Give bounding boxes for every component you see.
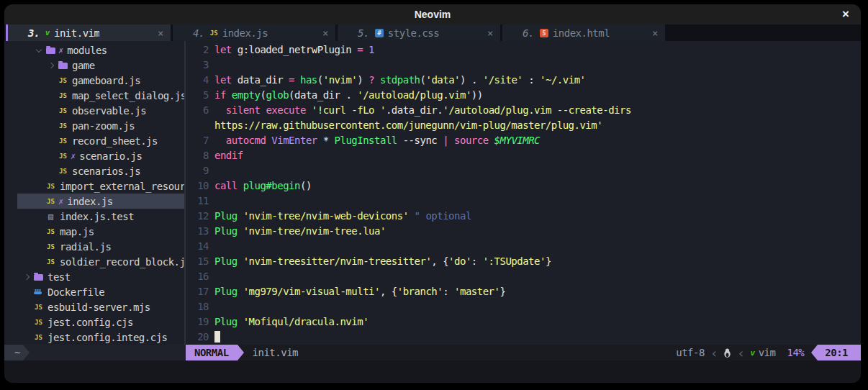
code-line-10[interactable]: 10call plug#begin() [186, 178, 861, 194]
tree-item-label: record_sheet.js [72, 135, 158, 147]
tab-filename: index.js [222, 27, 268, 39]
tree-item-soldier-record-block-j[interactable]: JSsoldier_record_block.j [4, 254, 184, 269]
code-line-19[interactable]: 19Plug 'Mofiqul/dracula.nvim' [186, 314, 861, 330]
statusline-filename: init.vim [253, 345, 298, 360]
tab-filename: index.html [553, 27, 610, 39]
line-number: 6 [186, 103, 214, 133]
code-line-13[interactable]: 13Plug 'nvim-tree/nvim-tree.lua' [186, 224, 861, 239]
line-number: 12 [186, 209, 214, 224]
code-text: endif [214, 148, 861, 163]
code-line-9[interactable]: 9 [186, 163, 861, 178]
code-line-18[interactable]: 18 [186, 299, 861, 314]
tab-close-icon[interactable]: × [487, 27, 493, 39]
tab-number: 4. [193, 27, 204, 39]
code-line-16[interactable]: 16 [186, 269, 861, 284]
code-line-2[interactable]: 2let g:loaded_netrwPlugin = 1 [186, 42, 861, 58]
tree-item-map-js[interactable]: JSmap.js [4, 224, 184, 239]
folder-icon [46, 47, 55, 54]
statusline: NORMAL init.vim utf-8 ‹ ‹ v vim 14% 20:1 [186, 345, 861, 360]
chevron-right-icon[interactable] [22, 275, 31, 279]
code-text [214, 269, 861, 284]
tree-item-observable-js[interactable]: JSobservable.js [4, 103, 184, 118]
file-icon-slot: JS [45, 243, 56, 250]
tab-index-js[interactable]: 4.JSindex.js× [173, 24, 335, 41]
code-text: let data_dir = has('nvim') ? stdpath('da… [214, 73, 861, 88]
line-number: 3 [186, 58, 214, 73]
tree-item-label: Dockerfile [48, 286, 104, 298]
window-close-button[interactable]: × [842, 4, 849, 24]
tree-item-jest-config-integ-cjs[interactable]: JSjest.config.integ.cjs [4, 330, 184, 345]
code-line-12[interactable]: 12Plug 'nvim-tree/nvim-web-devicons' " o… [186, 209, 861, 224]
x-mark-icon: ✗ [58, 45, 63, 55]
tree-item-scenarios-js[interactable]: JSscenarios.js [4, 163, 184, 178]
line-number: 10 [186, 178, 214, 194]
code-line-20[interactable]: 20 [186, 330, 861, 345]
code-text [214, 194, 861, 209]
code-text: Plug 'mg979/vim-visual-multi', {'branch'… [214, 284, 861, 299]
line-number: 13 [186, 224, 214, 239]
code-line-7[interactable]: 7 autocmd VimEnter * PlugInstall --sync … [186, 133, 861, 148]
javascript-icon: JS [59, 107, 67, 114]
chevron-down-icon[interactable] [34, 49, 43, 52]
tree-item-scenario-js[interactable]: JS✗scenario.js [4, 148, 184, 163]
tree-statusline: ~ [4, 345, 186, 360]
tree-item-import-external-resour[interactable]: JSimport_external_resour [4, 178, 184, 194]
code-line-6[interactable]: 6 silent execute '!curl -fLo '.data_dir.… [186, 103, 861, 133]
code-text [214, 239, 861, 254]
vim-icon: v [45, 28, 50, 37]
tree-item-label: soldier_record_block.j [60, 256, 184, 268]
code-line-4[interactable]: 4let data_dir = has('nvim') ? stdpath('d… [186, 73, 861, 88]
tree-item-map-select-dialog-js[interactable]: JSmap_select_dialog.js [4, 88, 184, 103]
tree-item-record-sheet-js[interactable]: JSrecord_sheet.js [4, 133, 184, 148]
statusline-spacer [298, 345, 676, 360]
file-icon-slot: JS [58, 122, 68, 130]
line-number: 5 [186, 88, 214, 103]
powerline-arrow-icon [23, 345, 30, 360]
tab-close-icon[interactable]: × [322, 27, 328, 39]
javascript-icon: JS [47, 183, 55, 190]
x-mark-icon: ✗ [58, 196, 63, 207]
javascript-icon: JS [47, 198, 55, 205]
file-icon-slot: JS [58, 77, 68, 84]
tree-item-modules[interactable]: ✗modules [4, 42, 184, 58]
code-line-5[interactable]: 5if empty(glob(data_dir . '/autoload/plu… [186, 88, 861, 103]
command-line[interactable] [4, 360, 861, 383]
tree-item-test[interactable]: test [4, 269, 184, 284]
tab-index-html[interactable]: 6.5index.html× [502, 24, 665, 41]
tab-close-icon[interactable]: × [652, 27, 658, 39]
encoding-label: utf-8 [676, 345, 705, 360]
tree-item-esbuild-server-mjs[interactable]: JSesbuild-server.mjs [4, 299, 184, 314]
code-text: Plug 'Mofiqul/dracula.nvim' [214, 314, 861, 330]
tree-item-radial-js[interactable]: JSradial.js [4, 239, 184, 254]
code-line-15[interactable]: 15Plug 'nvim-treesitter/nvim-treesitter'… [186, 254, 861, 269]
x-mark-icon: ✗ [71, 151, 76, 161]
tree-item-jest-config-cjs[interactable]: JSjest.config.cjs [4, 314, 184, 330]
code-line-11[interactable]: 11 [186, 194, 861, 209]
line-number: 19 [186, 314, 214, 330]
chevron-right-icon[interactable] [46, 63, 55, 68]
tree-item-game[interactable]: game [4, 58, 184, 73]
code-line-3[interactable]: 3 [186, 58, 861, 73]
file-icon-slot: JS [58, 137, 68, 145]
tree-item-index-js[interactable]: JS✗index.js [4, 194, 184, 209]
tree-item-index-js-test[interactable]: ▤index.js.test [4, 209, 184, 224]
filetype-label: vim [759, 347, 776, 358]
editor-buffer[interactable]: 2let g:loaded_netrwPlugin = 134let data_… [186, 41, 861, 345]
tab-close-icon[interactable]: × [158, 27, 163, 39]
titlebar[interactable]: Neovim × [4, 4, 861, 24]
tree-item-gameboard-js[interactable]: JSgameboard.js [4, 73, 184, 88]
tree-status-segment: ~ [4, 345, 23, 360]
code-line-8[interactable]: 8endif [186, 148, 861, 163]
javascript-icon: JS [59, 77, 67, 84]
code-line-14[interactable]: 14 [186, 239, 861, 254]
tab-init-vim[interactable]: 3.vinit.vim× [8, 24, 171, 41]
statusbar: ~ NORMAL init.vim utf-8 ‹ ‹ v vim 14% [4, 345, 861, 360]
tree-item-pan-zoom-js[interactable]: JSpan-zoom.js [4, 118, 184, 133]
file-icon-slot: JS [58, 153, 68, 160]
line-number: 18 [186, 299, 214, 314]
code-text: call plug#begin() [214, 178, 861, 194]
code-line-17[interactable]: 17Plug 'mg979/vim-visual-multi', {'branc… [186, 284, 861, 299]
tree-item-dockerfile[interactable]: Dockerfile [4, 284, 184, 299]
tab-style-css[interactable]: 5.#style.css× [338, 24, 500, 41]
linux-penguin-icon [723, 345, 731, 360]
